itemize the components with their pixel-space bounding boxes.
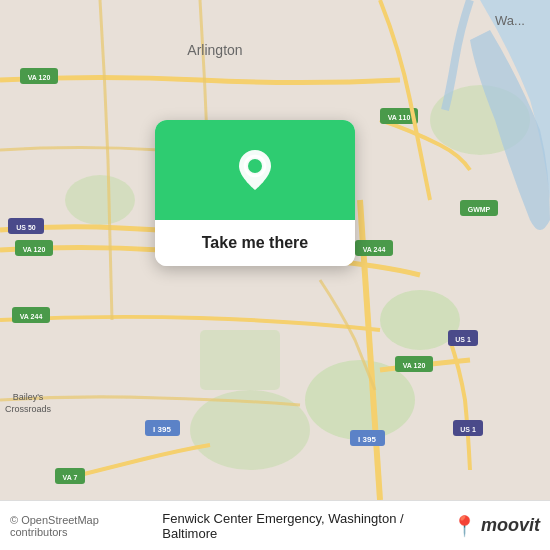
moovit-brand-text: moovit <box>481 515 540 536</box>
map-container: I 395 I 395 VA 120 VA 120 VA 120 VA 120 … <box>0 0 550 500</box>
copyright-text: © OpenStreetMap contributors <box>10 514 150 538</box>
svg-text:VA 7: VA 7 <box>63 474 78 481</box>
svg-text:VA 244: VA 244 <box>20 313 43 320</box>
svg-text:Crossroads: Crossroads <box>5 404 52 414</box>
svg-text:US 1: US 1 <box>455 336 471 343</box>
svg-text:US 50: US 50 <box>16 224 36 231</box>
svg-text:VA 244: VA 244 <box>363 246 386 253</box>
svg-text:US 1: US 1 <box>460 426 476 433</box>
popup-header <box>155 120 355 220</box>
svg-point-3 <box>65 175 135 225</box>
svg-text:I 395: I 395 <box>358 435 376 444</box>
svg-text:VA 120: VA 120 <box>403 362 426 369</box>
moovit-logo: 📍 moovit <box>452 514 540 538</box>
bottom-bar: © OpenStreetMap contributors Fenwick Cen… <box>0 500 550 550</box>
svg-point-39 <box>248 159 262 173</box>
moovit-pin-icon: 📍 <box>452 514 477 538</box>
svg-text:VA 120: VA 120 <box>23 246 46 253</box>
location-pin-icon <box>231 146 279 194</box>
svg-text:VA 110: VA 110 <box>388 114 411 121</box>
svg-text:I 395: I 395 <box>153 425 171 434</box>
svg-text:Wa...: Wa... <box>495 13 525 28</box>
svg-text:VA 120: VA 120 <box>28 74 51 81</box>
svg-text:GWMP: GWMP <box>468 206 491 213</box>
location-info: Fenwick Center Emergency, Washington / B… <box>162 511 444 541</box>
svg-rect-5 <box>200 330 280 390</box>
svg-text:Arlington: Arlington <box>187 42 242 58</box>
location-popup: Take me there <box>155 120 355 266</box>
svg-text:Bailey's: Bailey's <box>13 392 44 402</box>
take-me-there-button[interactable]: Take me there <box>155 220 355 266</box>
